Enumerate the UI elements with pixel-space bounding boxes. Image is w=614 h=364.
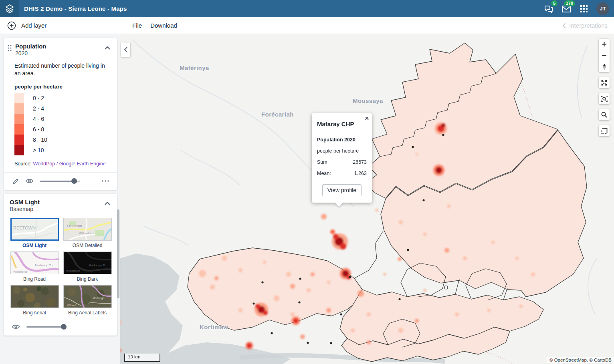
app-header: DHIS 2 Demo - Sierra Leone - Maps 5 170 (0, 0, 614, 17)
legend-swatch (14, 114, 24, 124)
dhis2-logo[interactable] (0, 0, 19, 17)
popup-stat-row: Sum:26673 (317, 159, 367, 165)
basemap-thumbnail (10, 285, 59, 308)
basemap-option-osm-light[interactable]: REETOWN OSM Light (8, 218, 61, 248)
messages-badge: 5 (551, 0, 557, 6)
interpretations-toggle[interactable]: Interpretations (562, 22, 608, 29)
eye-icon (12, 324, 20, 330)
menu-toolbar: Add layer File Download Interpretations (0, 17, 614, 34)
svg-text:Freetown: Freetown (67, 224, 82, 228)
collapse-card-button[interactable] (103, 43, 112, 52)
search-button[interactable] (599, 109, 610, 120)
mail-button[interactable]: 170 (561, 4, 572, 14)
basemap-option-osm-detailed[interactable]: Freetown Wilberforce OSM Detailed (61, 218, 114, 248)
legend-swatch (14, 93, 24, 103)
layer-card-population: Population 2020 Estimated number of peop… (4, 38, 117, 190)
basemap-option-bing-aerial-labels[interactable]: Madongo Wilberfo Bing Aerial Labels (61, 285, 114, 316)
popup-stat-row: Mean:1.263 (317, 171, 367, 176)
zoom-out-button[interactable] (599, 50, 610, 61)
scale-bar: 10 km (124, 354, 160, 362)
reset-bearing-button[interactable] (599, 61, 610, 72)
legend-row: > 10 (4, 145, 117, 155)
measure-icon (601, 128, 608, 134)
minus-icon (602, 53, 607, 58)
user-avatar[interactable]: JT (596, 2, 609, 15)
search-icon (601, 112, 607, 118)
toggle-visibility-button[interactable] (23, 175, 35, 187)
popup-title: Mafaray CHP (317, 121, 366, 127)
legend-row: 4 - 6 (4, 114, 117, 124)
zoom-in-button[interactable] (599, 39, 610, 50)
add-layer-label: Add layer (21, 22, 46, 29)
download-menu[interactable]: Download (150, 22, 177, 29)
sidebar-scrollbar[interactable] (117, 209, 119, 298)
basemap-thumbnail: Madongo To Wilberforce (10, 251, 59, 274)
add-layer-button[interactable]: Add layer (0, 17, 120, 34)
compass-icon (602, 63, 607, 70)
view-profile-button[interactable]: View profile (322, 184, 362, 196)
edit-layer-button[interactable] (10, 175, 22, 187)
svg-text:Wilberfo: Wilberfo (67, 304, 77, 307)
basemap-subtitle: Basemap (10, 206, 103, 212)
svg-text:REETOWN: REETOWN (13, 225, 36, 230)
layer-opacity-slider[interactable] (40, 178, 80, 184)
map-attribution: © OpenStreetMap, © CartoDB (547, 357, 614, 363)
messages-button[interactable]: 5 (543, 4, 554, 14)
popup-section-title: Population 2020 (317, 137, 367, 143)
apps-grid-icon (580, 5, 588, 13)
legend-row: 6 - 8 (4, 124, 117, 135)
source-link[interactable]: WorldPop / Google Earth Engine (33, 161, 106, 167)
plus-circle-icon (7, 21, 16, 30)
layers-sidebar: Population 2020 Estimated number of peop… (0, 34, 120, 364)
drag-handle-icon[interactable] (7, 43, 14, 53)
map-canvas[interactable]: Maférinya Moussaya Forécariah Kortimaw M… (120, 34, 614, 364)
legend-row: 0 - 2 (4, 93, 117, 103)
chevron-up-icon (105, 201, 110, 205)
legend-swatch (14, 103, 24, 114)
legend-swatch (14, 145, 24, 155)
apps-menu-button[interactable] (579, 4, 589, 14)
layer-subtitle: 2020 (15, 50, 103, 56)
measure-button[interactable] (599, 125, 610, 136)
basemap-option-bing-road[interactable]: Madongo To Wilberforce Bing Road (8, 251, 61, 282)
basemap-option-bing-dark[interactable]: Madongo To Wilberforce Bing Dark (61, 251, 114, 282)
legend-swatch (14, 135, 24, 145)
basemap-opacity-slider[interactable] (26, 324, 67, 330)
basemap-thumbnail: Freetown Wilberforce (63, 218, 112, 241)
file-menu[interactable]: File (132, 22, 142, 29)
app-title: DHIS 2 Demo - Sierra Leone - Maps (24, 5, 127, 12)
svg-text:Madongo To: Madongo To (89, 263, 106, 267)
plus-icon (602, 42, 607, 47)
fullscreen-icon (601, 80, 607, 86)
basemap-title: OSM Light (10, 199, 103, 205)
ellipsis-icon (102, 180, 109, 182)
layer-description: Estimated number of people living in an … (4, 59, 117, 77)
mail-badge: 170 (564, 0, 575, 6)
svg-text:Wilberforce: Wilberforce (13, 270, 28, 273)
toggle-basemap-visibility-button[interactable] (10, 321, 22, 333)
basemap-thumbnail: Madongo To Wilberforce (63, 251, 112, 274)
legend-row: 2 - 4 (4, 103, 117, 114)
layer-more-options-button[interactable] (99, 175, 111, 187)
zoom-to-content-button[interactable] (599, 93, 610, 104)
legend-swatch (14, 124, 24, 135)
fullscreen-button[interactable] (599, 77, 610, 88)
basemap-option-bing-aerial[interactable]: Bing Aerial (8, 285, 61, 316)
interpretations-label: Interpretations (569, 22, 608, 29)
chevron-left-icon (124, 47, 127, 52)
pencil-icon (12, 178, 19, 185)
legend: 0 - 2 2 - 4 4 - 6 6 - 8 8 - 10 > 10 (4, 93, 117, 155)
collapse-card-button[interactable] (103, 199, 112, 208)
popup-close-button[interactable] (364, 115, 370, 121)
basemap-thumbnail: REETOWN (10, 218, 59, 241)
close-icon (365, 117, 369, 120)
basemap-thumbnail: Madongo Wilberfo (63, 285, 112, 308)
svg-text:Madongo To: Madongo To (35, 263, 53, 267)
map-controls (599, 39, 610, 136)
svg-text:Wilberforce: Wilberforce (66, 269, 81, 272)
chevron-left-icon (562, 23, 566, 28)
svg-text:Wilberforce: Wilberforce (79, 231, 95, 235)
svg-text:Madongo: Madongo (93, 297, 104, 300)
collapse-sidebar-button[interactable] (121, 42, 130, 57)
dhis2-layers-icon (4, 4, 15, 14)
